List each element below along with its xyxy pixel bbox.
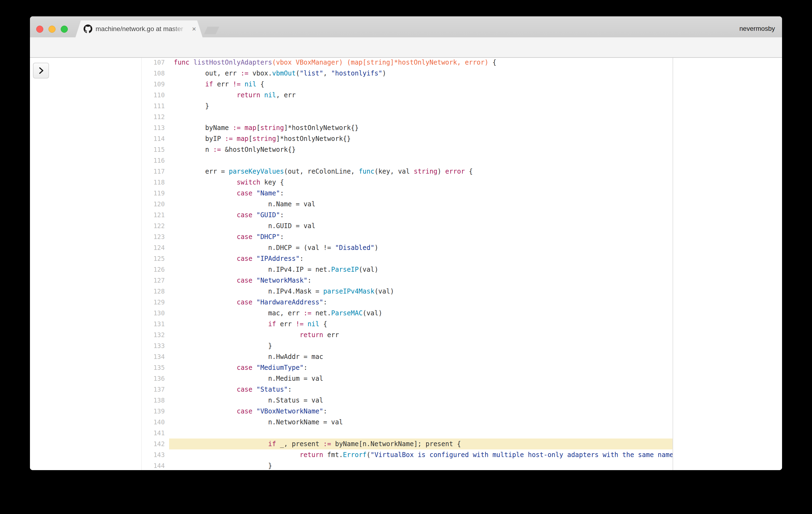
- code-text: case "MediumType":: [169, 362, 673, 373]
- code-line: 118 switch key {: [142, 177, 673, 188]
- line-number[interactable]: 114: [142, 133, 169, 144]
- line-number[interactable]: 118: [142, 177, 169, 188]
- line-number[interactable]: 115: [142, 144, 169, 155]
- line-number[interactable]: 111: [142, 101, 169, 111]
- line-number[interactable]: 121: [142, 210, 169, 220]
- line-number[interactable]: 131: [142, 319, 169, 329]
- code-line: 116: [142, 155, 673, 166]
- line-number[interactable]: 109: [142, 79, 169, 90]
- code-line: 142 if _, present := byName[n.NetworkNam…: [142, 438, 673, 450]
- line-number[interactable]: 119: [142, 188, 169, 199]
- line-number[interactable]: 116: [142, 155, 169, 166]
- code-line: 114 byIP := map[string]*hostOnlyNetwork{…: [142, 133, 673, 144]
- code-text: byName := map[string]*hostOnlyNetwork{}: [169, 123, 673, 133]
- line-number[interactable]: 141: [142, 428, 169, 438]
- code-line: 112: [142, 111, 673, 123]
- code-text: n.GUID = val: [169, 220, 673, 232]
- line-number[interactable]: 133: [142, 341, 169, 351]
- code-line: 127 case "NetworkMask":: [142, 275, 673, 286]
- new-tab-button[interactable]: [204, 27, 219, 34]
- code-line: 134 n.HwAddr = mac: [142, 351, 673, 362]
- line-number[interactable]: 126: [142, 264, 169, 275]
- code-text: case "GUID":: [169, 210, 673, 220]
- line-number[interactable]: 124: [142, 242, 169, 253]
- code-line: 144 }: [142, 460, 673, 470]
- line-number[interactable]: 143: [142, 450, 169, 460]
- code-text: case "DHCP":: [169, 232, 673, 242]
- code-line: 137 case "Status":: [142, 384, 673, 395]
- code-line: 113 byName := map[string]*hostOnlyNetwor…: [142, 123, 673, 133]
- code-line: 128 n.IPv4.Mask = parseIPv4Mask(val): [142, 286, 673, 297]
- code-text: }: [169, 341, 673, 351]
- tab-strip: machine/network.go at master × nevermosb…: [30, 16, 782, 37]
- code-text: out, err := vbox.vbmOut("list", "hostonl…: [169, 68, 673, 79]
- line-number[interactable]: 110: [142, 90, 169, 101]
- line-number[interactable]: 129: [142, 297, 169, 308]
- line-number[interactable]: 127: [142, 275, 169, 286]
- code-text: case "VBoxNetworkName":: [169, 406, 673, 417]
- line-number[interactable]: 142: [142, 438, 169, 450]
- chevron-right-icon: [38, 67, 45, 74]
- window-zoom-button[interactable]: [61, 26, 68, 33]
- code-text: }: [169, 101, 673, 111]
- line-number[interactable]: 144: [142, 460, 169, 470]
- code-blob-container: 107func listHostOnlyAdapters(vbox VBoxMa…: [141, 58, 673, 470]
- tab-close-icon[interactable]: ×: [192, 25, 196, 32]
- code-line: 119 case "Name":: [142, 188, 673, 199]
- code-line: 124 n.DHCP = (val != "Disabled"): [142, 242, 673, 253]
- line-number[interactable]: 122: [142, 220, 169, 232]
- code-text: n.Status = val: [169, 395, 673, 406]
- code-text: n.IPv4.IP = net.ParseIP(val): [169, 264, 673, 275]
- code-line: 133 }: [142, 341, 673, 351]
- code-line: 122 n.GUID = val: [142, 220, 673, 232]
- line-number[interactable]: 130: [142, 308, 169, 319]
- line-number[interactable]: 108: [142, 68, 169, 79]
- line-number[interactable]: 125: [142, 253, 169, 264]
- line-number[interactable]: 128: [142, 286, 169, 297]
- code-text: return err: [169, 329, 673, 341]
- code-line: 117 err = parseKeyValues(out, reColonLin…: [142, 166, 673, 177]
- github-favicon-icon: [84, 25, 92, 33]
- code-line: 111 }: [142, 101, 673, 111]
- line-number[interactable]: 136: [142, 373, 169, 384]
- code-text: }: [169, 460, 673, 470]
- line-number[interactable]: 107: [142, 58, 169, 68]
- line-number[interactable]: 117: [142, 166, 169, 177]
- page-content: 107func listHostOnlyAdapters(vbox VBoxMa…: [30, 58, 782, 470]
- line-number[interactable]: 139: [142, 406, 169, 417]
- line-number[interactable]: 140: [142, 417, 169, 428]
- line-number[interactable]: 113: [142, 123, 169, 133]
- code-text: case "NetworkMask":: [169, 275, 673, 286]
- code-text: if _, present := byName[n.NetworkName]; …: [169, 438, 673, 450]
- browser-tab[interactable]: machine/network.go at master ×: [76, 21, 203, 37]
- code-line: 141: [142, 428, 673, 438]
- line-number[interactable]: 138: [142, 395, 169, 406]
- code-line: 109 if err != nil {: [142, 79, 673, 90]
- line-number[interactable]: 137: [142, 384, 169, 395]
- chrome-profile-name[interactable]: nevermosby: [739, 25, 775, 32]
- line-number[interactable]: 123: [142, 232, 169, 242]
- code-text: n := &hostOnlyNetwork{}: [169, 144, 673, 155]
- code-text: if err != nil {: [169, 319, 673, 329]
- code-line: 108 out, err := vbox.vbmOut("list", "hos…: [142, 68, 673, 79]
- code-text: switch key {: [169, 177, 673, 188]
- window-minimize-button[interactable]: [49, 26, 56, 33]
- code-line: 131 if err != nil {: [142, 319, 673, 329]
- line-number[interactable]: 134: [142, 351, 169, 362]
- code-line: 110 return nil, err: [142, 90, 673, 101]
- line-number[interactable]: 120: [142, 199, 169, 210]
- code-text: n.Name = val: [169, 199, 673, 210]
- code-text: [169, 428, 673, 438]
- line-number[interactable]: 135: [142, 362, 169, 373]
- code-line: 121 case "GUID":: [142, 210, 673, 220]
- window-close-button[interactable]: [36, 26, 43, 33]
- expand-panel-button[interactable]: [33, 63, 49, 79]
- browser-window: machine/network.go at master × nevermosb…: [30, 16, 782, 470]
- code-text: n.DHCP = (val != "Disabled"): [169, 242, 673, 253]
- code-text: return fmt.Errorf("VirtualBox is configu…: [169, 450, 673, 460]
- tab-title: machine/network.go at master: [95, 25, 188, 33]
- browser-toolbar: GitHub, Inc. [US] https://github.com/doc…: [30, 37, 782, 58]
- code-line: 132 return err: [142, 329, 673, 341]
- line-number[interactable]: 132: [142, 329, 169, 341]
- line-number[interactable]: 112: [142, 111, 169, 123]
